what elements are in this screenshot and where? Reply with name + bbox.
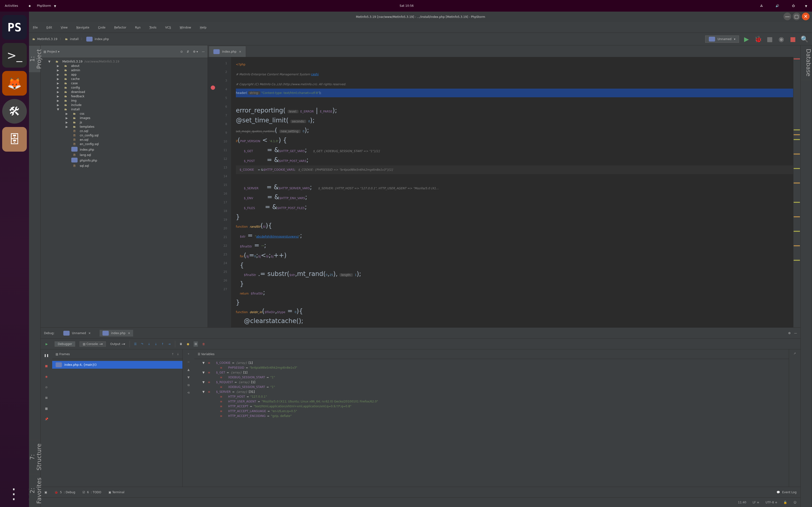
expand-icon[interactable]: ▶ bbox=[56, 103, 60, 107]
variable-row[interactable]: ≡HTTP_USER_AGENT = "Mozilla/5.0 (X11; Ub… bbox=[194, 399, 789, 404]
tool-window-favorites[interactable]: 2: Favorites bbox=[29, 474, 40, 507]
launcher-apps-grid[interactable]: ⋮⋮⋮ bbox=[0, 485, 29, 502]
evaluate-icon[interactable]: 🖩 bbox=[180, 342, 183, 346]
tree-item[interactable]: ▶include bbox=[41, 103, 208, 107]
expand-icon[interactable]: ▶ bbox=[64, 116, 69, 120]
expand-icon[interactable]: ▶ bbox=[56, 77, 60, 80]
expand-icon[interactable]: ▶ bbox=[56, 68, 60, 72]
menu-navigate[interactable]: Navigate bbox=[77, 26, 89, 29]
tree-item[interactable]: index.php bbox=[41, 146, 208, 153]
expand-icon[interactable]: ▼ bbox=[201, 381, 206, 384]
tool-window-project[interactable]: 1: Project bbox=[29, 45, 40, 72]
expand-icon[interactable]: ▼ bbox=[47, 60, 52, 63]
menu-vcs[interactable]: VCS bbox=[165, 26, 171, 29]
expand-icon[interactable]: ▼ bbox=[201, 371, 206, 374]
tool-window-button[interactable]: ▣ bbox=[45, 491, 47, 494]
view-breakpoints-icon[interactable]: ◉ bbox=[43, 373, 50, 380]
tree-item[interactable]: ▼MetInfo5.3.19 /var/www/MetInfo5.3.19 bbox=[41, 59, 208, 64]
tree-item[interactable]: ▶css bbox=[41, 112, 208, 116]
menu-window[interactable]: Window bbox=[180, 26, 191, 29]
run-to-cursor-icon[interactable]: ⇥ bbox=[168, 342, 170, 346]
settings-icon[interactable]: ⊞ bbox=[43, 394, 50, 401]
variable-row[interactable]: ≡HTTP_ACCEPT_ENCODING = "gzip, deflate" bbox=[194, 413, 789, 418]
tree-item[interactable]: ▶feedback bbox=[41, 94, 208, 99]
tree-item[interactable]: ▶about bbox=[41, 64, 208, 68]
editor-tab[interactable]: index.php × bbox=[209, 46, 246, 57]
launcher-settings[interactable]: 🛠 bbox=[2, 99, 27, 124]
variable-row[interactable]: ▼≡$_COOKIE = {array} [1] bbox=[194, 360, 789, 365]
force-step-into-icon[interactable]: ⤓ bbox=[155, 342, 157, 346]
thread-nav[interactable]: ↑ ↓ bbox=[171, 352, 179, 356]
breadcrumb-item[interactable]: MetInfo5.3.19 bbox=[33, 38, 57, 41]
expand-icon[interactable]: ▼ bbox=[201, 390, 206, 394]
copy-icon[interactable]: ⧉ bbox=[188, 383, 190, 387]
variable-row[interactable]: ≡PHPSESSID = "br4pia98le5n6hk2mg4tn8e1v3… bbox=[194, 365, 789, 370]
run-button[interactable]: ▶ bbox=[743, 35, 751, 43]
close-icon[interactable]: × bbox=[89, 332, 91, 335]
volume-icon[interactable]: 🔊 bbox=[773, 1, 782, 10]
caret-position[interactable]: 11:40 bbox=[738, 501, 747, 504]
expand-icon[interactable]: ↗ bbox=[794, 352, 796, 355]
variable-row[interactable]: ≡HTTP_ACCEPT_LANGUAGE = "en-US,en;q=0.5" bbox=[194, 409, 789, 413]
close-button[interactable]: ✕ bbox=[802, 12, 810, 20]
tree-item[interactable]: ▶img bbox=[41, 99, 208, 103]
expand-icon[interactable]: ▶ bbox=[56, 95, 60, 98]
console-tab[interactable]: ▤ Console →▾ bbox=[80, 341, 106, 347]
close-icon[interactable]: × bbox=[239, 50, 241, 53]
stack-frame[interactable]: index.php:4, {main}() bbox=[52, 361, 183, 369]
expand-icon[interactable]: ▶ bbox=[56, 64, 60, 68]
gear-icon[interactable]: ⚙ bbox=[788, 332, 791, 335]
tree-item[interactable]: ▶cache bbox=[41, 77, 208, 81]
tool-window-debug[interactable]: 🐞 5: Debug bbox=[54, 491, 75, 494]
stop-icon[interactable]: ■ bbox=[43, 362, 50, 370]
variable-row[interactable]: ▼≡$_REQUEST = {array} [1] bbox=[194, 380, 789, 385]
add-icon[interactable]: ＋ bbox=[187, 352, 190, 356]
minimize-button[interactable]: — bbox=[783, 12, 791, 20]
line-separator[interactable]: LF ≑ bbox=[753, 501, 759, 504]
expand-icon[interactable]: ▼ bbox=[201, 361, 206, 364]
menu-edit[interactable]: Edit bbox=[46, 26, 52, 29]
tree-item[interactable]: en_config.sql bbox=[41, 142, 208, 146]
debugger-tab[interactable]: Debugger bbox=[55, 341, 75, 347]
tree-item[interactable]: phpinfo.php bbox=[41, 157, 208, 164]
collapse-icon[interactable]: ⇵ bbox=[187, 50, 189, 53]
step-out-icon[interactable]: ↑ bbox=[161, 342, 164, 346]
breadcrumb-item[interactable]: install bbox=[65, 38, 79, 41]
gutter[interactable]: 1 2 3 4 5 6 7 8 9 10 11 12 13 14 15 16 1… bbox=[208, 57, 231, 327]
menu-refactor[interactable]: Refactor bbox=[114, 26, 126, 29]
tree-item[interactable]: sql.sql bbox=[41, 164, 208, 168]
file-encoding[interactable]: UTF-8 ≑ bbox=[766, 501, 777, 504]
tree-item[interactable]: ▶app bbox=[41, 72, 208, 77]
activities-button[interactable]: Activities bbox=[5, 4, 18, 7]
project-view-combo[interactable]: ▤ Project ▾ bbox=[44, 50, 59, 53]
remove-icon[interactable]: − bbox=[187, 360, 190, 363]
project-tree[interactable]: ▼MetInfo5.3.19 /var/www/MetInfo5.3.19▶ab… bbox=[41, 58, 208, 327]
debug-button[interactable]: 🐞 bbox=[754, 35, 762, 43]
step-toolbar-icon[interactable]: ☰ bbox=[134, 342, 137, 346]
tree-item[interactable]: cn_config.sql bbox=[41, 133, 208, 137]
inspections-icon[interactable]: ☺ bbox=[794, 501, 797, 504]
step-into-icon[interactable]: ↓ bbox=[148, 342, 150, 346]
tool-window-database[interactable]: Database bbox=[801, 45, 812, 80]
mark-icon[interactable]: ● bbox=[187, 342, 189, 346]
step-over-icon[interactable]: ↷ bbox=[141, 342, 143, 346]
tree-item[interactable]: ▶case bbox=[41, 81, 208, 86]
tree-item[interactable]: ▶download bbox=[41, 90, 208, 94]
resume-button[interactable]: ▶ bbox=[43, 340, 50, 348]
menu-file[interactable]: File bbox=[33, 26, 38, 29]
frames-list[interactable]: index.php:4, {main}() bbox=[52, 359, 183, 487]
layout-icon[interactable]: ▦ bbox=[43, 405, 50, 412]
tree-item[interactable]: ▶config bbox=[41, 86, 208, 90]
expand-icon[interactable]: ▶ bbox=[56, 86, 60, 89]
link-icon[interactable]: ⟲ bbox=[187, 391, 190, 394]
variable-row[interactable]: ≡HTTP_HOST = "127.0.0.1" bbox=[194, 394, 789, 399]
pin-icon[interactable]: 📌 bbox=[43, 415, 50, 423]
launcher-phpstorm[interactable]: PS bbox=[2, 15, 27, 40]
run-config-combo[interactable]: Unnamed ▾ bbox=[705, 36, 739, 43]
gear-icon[interactable]: ⚙ ▾ bbox=[193, 50, 198, 53]
debug-session-tab[interactable]: index.php × bbox=[100, 330, 134, 337]
locate-icon[interactable]: ⊙ bbox=[180, 50, 183, 53]
tree-item[interactable]: ▶templates bbox=[41, 125, 208, 129]
tree-item[interactable]: ▶images bbox=[41, 116, 208, 120]
tree-item[interactable]: lang.sql bbox=[41, 153, 208, 157]
